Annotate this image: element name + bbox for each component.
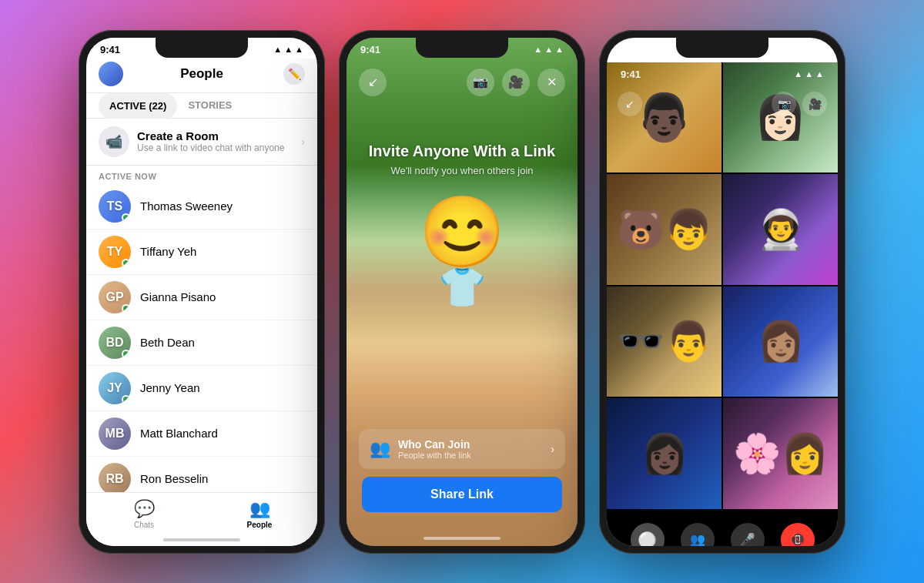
wcj-text: Who Can Join People with the link <box>398 438 543 460</box>
p3-people-btn[interactable]: 👥 <box>681 523 715 546</box>
status-time-1: 9:41 <box>100 44 120 55</box>
tab-chats[interactable]: 💬 Chats <box>86 499 202 529</box>
contact-jenny[interactable]: JY Jenny Yean <box>86 366 317 411</box>
active-dot-ty <box>122 259 130 267</box>
compose-icon[interactable]: ✏️ <box>283 63 305 85</box>
phone1-screen: 9:41 ▲ ▲ ▲ People ✏️ ACTIVE (22) STORIES… <box>86 38 317 546</box>
notch-3 <box>676 38 768 58</box>
video-btn[interactable]: 🎥 <box>502 69 530 96</box>
p3-back-btn[interactable]: ↙ <box>618 92 642 116</box>
contact-matt[interactable]: MB Matt Blanchard <box>86 411 317 457</box>
status-icons-2: ▲ ▲ ▲ <box>534 45 564 54</box>
avatar-jenny: JY <box>99 372 131 404</box>
p3-camera-flip[interactable]: ⚪ <box>631 523 665 546</box>
video-grid: 👨🏿 👩🏻 🐻👦 👨‍🚀 🕶️👨 👩🏽 <box>607 62 838 509</box>
active-dot <box>122 213 130 222</box>
video-cell-6: 👩🏽 <box>723 286 838 397</box>
create-room-text: Create a Room Use a link to video chat w… <box>137 129 301 153</box>
contact-tiffany[interactable]: TY Tiffany Yeh <box>86 230 317 275</box>
page-title: People <box>180 66 223 82</box>
active-dot-gp <box>122 304 130 313</box>
create-room-chevron: › <box>301 136 305 148</box>
contact-beth[interactable]: BD Beth Dean <box>86 320 317 366</box>
contact-thomas[interactable]: TS Thomas Sweeney <box>86 184 317 230</box>
phone3-top-bar: ↙ 📷 🎥 <box>607 87 838 121</box>
people-label: People <box>247 521 273 529</box>
active-dot-jy <box>122 395 130 404</box>
contact-name-gianna: Gianna Pisano <box>140 290 216 303</box>
header-avatar <box>99 62 123 86</box>
p3-video-btn[interactable]: 🎥 <box>802 92 827 116</box>
section-label: ACTIVE NOW <box>86 166 317 184</box>
phone-1: 9:41 ▲ ▲ ▲ People ✏️ ACTIVE (22) STORIES… <box>79 30 325 554</box>
avatar-gianna: GP <box>99 281 131 313</box>
video-cell-4: 👨‍🚀 <box>723 174 838 285</box>
status-bar-3: 9:41 ▲ ▲ ▲ <box>607 62 838 83</box>
status-icons-1: ▲ ▲ ▲ <box>273 45 303 54</box>
contact-name-thomas: Thomas Sweeney <box>140 199 233 213</box>
avatar-beth: BD <box>99 327 131 359</box>
video-cell-8: 🌸👩 <box>723 398 838 509</box>
video-cell-5: 🕶️👨 <box>607 286 721 397</box>
invite-sub: We'll notify you when others join <box>359 165 565 176</box>
bottom-tab-bar: 💬 Chats 👥 People <box>86 492 317 546</box>
video-cell-3: 🐻👦 <box>607 174 721 285</box>
avatar-matt: MB <box>99 417 131 450</box>
who-can-join-row[interactable]: 👥 Who Can Join People with the link › <box>359 429 565 469</box>
phone-3: 9:41 ▲ ▲ ▲ ↙ 📷 🎥 👨🏿 👩🏻 <box>599 30 845 554</box>
phone-2: 😊 👕 9:41 ▲ ▲ ▲ ↙ 📷 🎥 ✕ Invite Anyone Wit… <box>339 30 585 554</box>
contact-name-jenny: Jenny Yean <box>140 381 200 394</box>
create-room-sub: Use a link to video chat with anyone <box>137 142 301 153</box>
avatar-tiffany: TY <box>99 236 131 268</box>
avatar-thomas: TS <box>99 190 131 223</box>
home-indicator-2 <box>424 537 500 540</box>
status-icons-3: ▲ ▲ ▲ <box>794 69 824 79</box>
status-time-3: 9:41 <box>621 69 641 80</box>
wcj-chevron: › <box>551 443 554 455</box>
phone2-screen: 😊 👕 9:41 ▲ ▲ ▲ ↙ 📷 🎥 ✕ Invite Anyone Wit… <box>346 38 578 546</box>
contact-gianna[interactable]: GP Gianna Pisano <box>86 275 317 320</box>
wcj-title: Who Can Join <box>398 438 543 451</box>
main-face: 😊 👕 <box>385 176 539 392</box>
video-cell-7: 👩🏿 <box>607 398 721 509</box>
wcj-sub: People with the link <box>398 451 543 460</box>
contact-name-ron: Ron Besselin <box>140 472 208 485</box>
people-header: People ✏️ <box>86 59 317 93</box>
phone3-bottom-bar: ⚪ 👥 🎤 📵 <box>607 509 838 546</box>
home-indicator-1 <box>163 538 240 541</box>
phone2-top-bar: ↙ 📷 🎥 ✕ <box>346 62 578 102</box>
invite-title: Invite Anyone With a Link <box>359 142 565 160</box>
tab-active[interactable]: ACTIVE (22) <box>99 93 177 119</box>
p3-camera-btn[interactable]: 📷 <box>772 92 796 116</box>
p3-mute-btn[interactable]: 🎤 <box>731 523 765 546</box>
invite-overlay: Invite Anyone With a Link We'll notify y… <box>346 130 578 189</box>
wcj-icon: 👥 <box>370 439 390 459</box>
back-btn[interactable]: ↙ <box>359 69 387 96</box>
p3-end-call-btn[interactable]: 📵 <box>781 523 815 546</box>
chats-label: Chats <box>134 521 154 529</box>
top-tab-bar: ACTIVE (22) STORIES <box>86 93 317 119</box>
contact-name-beth: Beth Dean <box>140 336 195 349</box>
create-room-title: Create a Room <box>137 129 301 142</box>
share-link-button[interactable]: Share Link <box>362 477 562 512</box>
chats-icon: 💬 <box>134 499 155 519</box>
contact-name-matt: Matt Blanchard <box>140 427 218 440</box>
tab-people[interactable]: 👥 People <box>202 499 317 529</box>
status-bar-2: 9:41 ▲ ▲ ▲ <box>346 38 578 59</box>
camera-switch-btn[interactable]: 📷 <box>467 69 494 96</box>
tab-stories[interactable]: STORIES <box>177 93 243 119</box>
avatar-ron: RB <box>99 463 131 495</box>
active-dot-bd <box>122 350 130 358</box>
close-btn[interactable]: ✕ <box>537 69 565 96</box>
contact-name-tiffany: Tiffany Yeh <box>140 245 196 258</box>
create-room-icon: 📹 <box>99 126 129 157</box>
header-row: People ✏️ <box>99 62 305 86</box>
people-icon: 👥 <box>249 499 270 519</box>
notch-1 <box>156 38 248 58</box>
status-time-2: 9:41 <box>360 44 380 55</box>
phone3-screen: 9:41 ▲ ▲ ▲ ↙ 📷 🎥 👨🏿 👩🏻 <box>607 62 838 546</box>
create-room-row[interactable]: 📹 Create a Room Use a link to video chat… <box>86 119 317 166</box>
